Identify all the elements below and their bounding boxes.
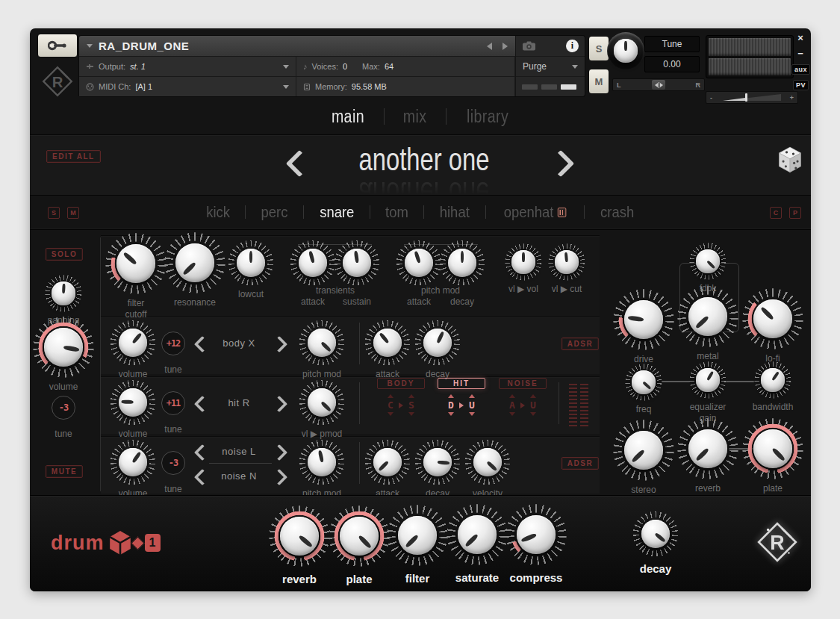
- drum-tab-divider: [370, 205, 370, 219]
- edit-all-button[interactable]: EDIT ALL: [46, 150, 101, 163]
- level-meters: [706, 35, 794, 78]
- purge-caret-icon: [572, 65, 578, 69]
- random-dice-icon[interactable]: [777, 146, 803, 175]
- hit-route-group[interactable]: HIT D U: [427, 378, 496, 416]
- body-adsr-button[interactable]: ADSR: [561, 338, 599, 350]
- patch-title: RA_DRUM_ONE: [99, 40, 189, 52]
- drum-tab-openhat[interactable]: openhat: [504, 203, 567, 221]
- hit-vel-to-pmod-knob[interactable]: vl ▶ pmod: [281, 379, 363, 440]
- wrench-icon: [48, 40, 67, 51]
- drum-tab-snare[interactable]: snare: [320, 203, 354, 221]
- output-caret-icon: [283, 65, 289, 69]
- volume-wedge-fill: [723, 94, 745, 101]
- drum-tab-kick[interactable]: kick: [206, 203, 230, 221]
- kontakt-header: RA_DRUM_ONE Output: st. 1 ♪ Voices: 0: [78, 35, 585, 97]
- noise-sample-top-value[interactable]: noise L: [222, 446, 255, 457]
- pitchmod-attack-label: attack: [407, 296, 431, 307]
- midi-icon: [86, 83, 94, 91]
- pv-button[interactable]: PV: [793, 80, 809, 90]
- transients-attack-label: attack: [301, 296, 325, 307]
- instrument-window: R RA_DRUM_ONE Output: st. 1 ♪: [30, 28, 811, 591]
- noise-adsr-button[interactable]: ADSR: [561, 457, 599, 470]
- paste-button[interactable]: P: [789, 207, 801, 219]
- hit-tune-badge[interactable]: +11 tune: [143, 391, 203, 435]
- mute-button[interactable]: MUTE: [46, 465, 83, 478]
- svg-text:R: R: [52, 74, 63, 90]
- wrench-button[interactable]: [37, 34, 78, 57]
- pan-handle[interactable]: [652, 80, 665, 90]
- preset-name[interactable]: another one: [359, 142, 490, 178]
- body-decay-knob[interactable]: decay: [396, 319, 479, 380]
- meter-right: [709, 58, 791, 76]
- noise-selector-divider: [209, 463, 272, 464]
- openhat-mode-icon[interactable]: [558, 208, 566, 217]
- status-bar: [541, 84, 557, 90]
- pitchmod-decay-label: decay: [450, 296, 474, 307]
- close-button[interactable]: ×: [794, 32, 806, 43]
- drum-mute-toggle[interactable]: M: [67, 207, 79, 219]
- mute-button-header[interactable]: M: [588, 69, 609, 94]
- midi-channel-select[interactable]: MIDI Ch: [A] 1: [79, 77, 296, 96]
- camera-icon[interactable]: [522, 41, 536, 51]
- minimize-button[interactable]: −: [794, 48, 806, 59]
- prev-patch-icon[interactable]: [487, 43, 492, 50]
- next-patch-icon[interactable]: [503, 43, 508, 50]
- drum-tab-tom[interactable]: tom: [385, 203, 408, 221]
- body-route-group[interactable]: BODY C S: [367, 378, 435, 416]
- meter-left: [709, 38, 791, 56]
- status-bar-lit: [561, 84, 576, 90]
- diamond-icon: [131, 536, 144, 550]
- tab-divider: [384, 108, 385, 125]
- tune-value-box[interactable]: 0.00: [644, 56, 700, 72]
- eq-bandwidth-knob[interactable]: bandwidth: [732, 361, 811, 413]
- lofi-knob[interactable]: lo-fi: [732, 287, 811, 364]
- midi-caret-icon: [283, 85, 289, 89]
- hit-sample-value[interactable]: hit R: [228, 397, 249, 408]
- solo-button[interactable]: SOLO: [46, 248, 83, 261]
- purge-menu[interactable]: Purge: [516, 57, 585, 77]
- drum-solo-toggle[interactable]: S: [48, 207, 60, 219]
- route-arrow-icon: [520, 402, 525, 408]
- noise-route-group[interactable]: NOISE A U: [488, 378, 557, 416]
- drum-tab-hihat[interactable]: hihat: [440, 203, 470, 221]
- drum-tab-crash[interactable]: crash: [600, 203, 634, 221]
- vel-to-cut-knob[interactable]: vl ▶ cut: [526, 243, 608, 295]
- nav-tabs: main mix library: [30, 102, 811, 131]
- channel-tune-badge[interactable]: -3 tune: [34, 396, 93, 439]
- noise-velocity-knob[interactable]: velocity: [447, 438, 529, 500]
- master-tune-knob[interactable]: [606, 31, 645, 70]
- svg-text:R: R: [770, 532, 784, 554]
- row3-divider-2: [559, 382, 559, 424]
- copy-button[interactable]: C: [770, 207, 782, 219]
- aux-button[interactable]: aux: [791, 64, 810, 75]
- info-icon[interactable]: i: [566, 40, 579, 52]
- output-icon: [86, 63, 94, 70]
- body-tune-badge[interactable]: +12 tune: [143, 332, 203, 375]
- drum-tab-divider: [423, 205, 424, 219]
- plate-send-knob[interactable]: plate send: [732, 417, 811, 506]
- tune-label-box: Tune: [644, 36, 700, 52]
- ra-logo-bottom: R: [753, 517, 802, 567]
- noise-tune-badge[interactable]: -3 tune: [143, 451, 203, 494]
- tab-mix[interactable]: mix: [403, 107, 427, 127]
- ra-logo-top: R: [39, 63, 76, 100]
- cube-icon: [108, 530, 132, 556]
- pan-slider[interactable]: L R: [612, 78, 705, 91]
- body-sample-value[interactable]: body X: [223, 338, 255, 349]
- master-decay-knob[interactable]: decay: [615, 510, 697, 576]
- master-compress-knob[interactable]: compress: [495, 503, 577, 585]
- drum-tab-divider: [584, 205, 585, 219]
- transients-title: transients: [316, 285, 355, 296]
- drum-one-logo: drum 1: [51, 530, 161, 556]
- drum-tab-perc[interactable]: perc: [261, 203, 287, 221]
- noise-sample-bottom-value[interactable]: noise N: [221, 470, 257, 482]
- patch-title-bar[interactable]: RA_DRUM_ONE: [79, 36, 515, 57]
- drum-tab-divider: [245, 205, 246, 219]
- volume-handle[interactable]: [745, 93, 747, 102]
- route-arrow-icon: [459, 402, 464, 408]
- output-select[interactable]: Output: st. 1: [79, 57, 296, 76]
- tab-library[interactable]: library: [466, 107, 508, 127]
- drum-tab-divider: [485, 205, 486, 219]
- tab-main[interactable]: main: [332, 107, 364, 127]
- tab-divider: [446, 108, 447, 125]
